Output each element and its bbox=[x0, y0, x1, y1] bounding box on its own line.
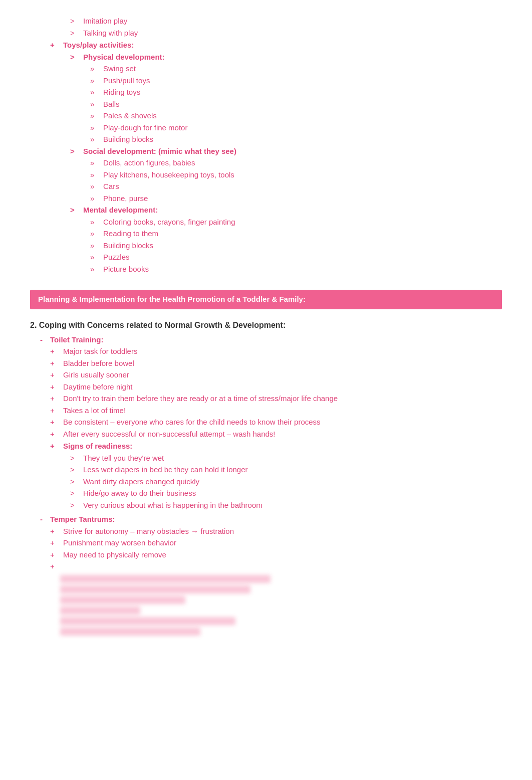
gt-marker: > bbox=[70, 16, 81, 27]
list-item: » Coloring books, crayons, finger painti… bbox=[30, 217, 502, 228]
bullet-marker: » bbox=[90, 169, 101, 181]
gt-marker: > bbox=[70, 52, 81, 63]
plus-marker: + bbox=[50, 561, 61, 572]
plus-marker: + bbox=[50, 429, 61, 440]
bullet-marker: » bbox=[90, 264, 101, 275]
blurred-line bbox=[60, 586, 250, 594]
list-item: » Building blocks bbox=[30, 134, 502, 145]
temper-tantrums-items: + Strive for autonomy – many obstacles →… bbox=[30, 526, 502, 572]
gt-marker: > bbox=[70, 146, 81, 157]
bullet-marker: » bbox=[90, 99, 101, 110]
bullet-marker: » bbox=[90, 157, 101, 169]
main-content: > Imitation play > Talking with play + T… bbox=[20, 16, 512, 636]
bullet-marker: » bbox=[90, 134, 101, 145]
blurred-line bbox=[60, 596, 185, 604]
list-item: » Balls bbox=[30, 99, 502, 110]
list-item: + May need to physically remove bbox=[30, 549, 502, 561]
list-item: > Very curious about what is happening i… bbox=[30, 500, 502, 511]
bullet-marker: » bbox=[90, 110, 101, 122]
toilet-training-items: + Major task for toddlers + Bladder befo… bbox=[30, 346, 502, 440]
list-item: » Riding toys bbox=[30, 87, 502, 98]
mental-items: » Coloring books, crayons, finger painti… bbox=[30, 217, 502, 275]
plus-marker: + bbox=[50, 381, 61, 393]
social-dev-label: Social development: (mimic what they see… bbox=[83, 146, 236, 157]
list-item: + Takes a lot of time! bbox=[30, 405, 502, 417]
physical-dev-item: > Physical development: bbox=[30, 52, 502, 63]
blurred-line bbox=[60, 575, 271, 583]
plus-marker: + bbox=[50, 417, 61, 428]
dash-marker: - bbox=[40, 334, 50, 346]
bullet-marker: » bbox=[90, 87, 101, 98]
list-item: + After every successful or non-successf… bbox=[30, 429, 502, 440]
bullet-marker: » bbox=[90, 181, 101, 192]
mental-dev-label: Mental development: bbox=[83, 205, 158, 216]
blurred-section bbox=[30, 575, 502, 636]
list-item: + Be consistent – everyone who cares for… bbox=[30, 417, 502, 428]
list-item: + Bladder before bowel bbox=[30, 358, 502, 369]
bullet-marker: » bbox=[90, 217, 101, 228]
list-item: + Punishment may worsen behavior bbox=[30, 537, 502, 549]
signs-readiness-item: + Signs of readiness: bbox=[30, 441, 502, 452]
bullet-marker: » bbox=[90, 252, 101, 263]
signs-readiness-label: Signs of readiness: bbox=[63, 441, 132, 452]
plus-marker: + bbox=[50, 441, 61, 452]
plus-marker: + bbox=[50, 369, 61, 381]
plus-marker: + bbox=[50, 358, 61, 369]
imitation-play-item: > Imitation play bbox=[30, 16, 502, 27]
bullet-marker: » bbox=[90, 75, 101, 87]
gt-marker: > bbox=[70, 453, 81, 464]
list-item: + bbox=[30, 561, 502, 572]
gt-marker: > bbox=[70, 476, 81, 488]
temper-tantrums-section: - Temper Tantrums: bbox=[30, 514, 502, 525]
list-item: » Phone, purse bbox=[30, 193, 502, 205]
physical-dev-label: Physical development: bbox=[83, 52, 165, 63]
toys-label: Toys/play activities: bbox=[63, 40, 134, 51]
planning-header: Planning & Implementation for the Health… bbox=[30, 290, 502, 309]
list-item: > They tell you they're wet bbox=[30, 453, 502, 464]
signs-items: > They tell you they're wet > Less wet d… bbox=[30, 453, 502, 511]
list-item: » Dolls, action figures, babies bbox=[30, 157, 502, 169]
blurred-line bbox=[60, 617, 235, 625]
list-item: » Play-dough for fine motor bbox=[30, 122, 502, 134]
social-items: » Dolls, action figures, babies » Play k… bbox=[30, 157, 502, 204]
imitation-play-text: Imitation play bbox=[83, 16, 127, 27]
bullet-marker: » bbox=[90, 240, 101, 252]
plus-marker: + bbox=[50, 537, 61, 549]
list-item: » Play kitchens, housekeeping toys, tool… bbox=[30, 169, 502, 181]
gt-marker: > bbox=[70, 500, 81, 511]
list-item: » Swing set bbox=[30, 63, 502, 75]
plus-marker: + bbox=[50, 346, 61, 357]
toys-section: + Toys/play activities: bbox=[30, 40, 502, 51]
bullet-marker: » bbox=[90, 63, 101, 75]
list-item: > Hide/go away to do their business bbox=[30, 488, 502, 499]
list-item: + Major task for toddlers bbox=[30, 346, 502, 357]
plus-marker: + bbox=[50, 405, 61, 417]
list-item: » Pales & shovels bbox=[30, 110, 502, 122]
list-item: » Puzzles bbox=[30, 252, 502, 263]
list-item: > Want dirty diapers changed quickly bbox=[30, 476, 502, 488]
gt-marker: > bbox=[70, 205, 81, 216]
list-item: + Daytime before night bbox=[30, 381, 502, 393]
list-item: + Strive for autonomy – many obstacles →… bbox=[30, 526, 502, 537]
dash-marker: - bbox=[40, 514, 50, 525]
section2-title: 2. Coping with Concerns related to Norma… bbox=[30, 319, 502, 331]
plus-marker: + bbox=[50, 40, 61, 51]
plus-marker: + bbox=[50, 549, 61, 561]
temper-tantrums-label: Temper Tantrums: bbox=[50, 514, 115, 525]
toilet-training-section: - Toilet Training: bbox=[30, 334, 502, 346]
list-item: » Cars bbox=[30, 181, 502, 192]
list-item: + Girls usually sooner bbox=[30, 369, 502, 381]
gt-marker: > bbox=[70, 464, 81, 476]
bullet-marker: » bbox=[90, 122, 101, 134]
mental-dev-item: > Mental development: bbox=[30, 205, 502, 216]
blurred-line bbox=[60, 628, 200, 636]
social-dev-item: > Social development: (mimic what they s… bbox=[30, 146, 502, 157]
bullet-marker: » bbox=[90, 193, 101, 205]
plus-marker: + bbox=[50, 393, 61, 405]
talking-with-play-item: > Talking with play bbox=[30, 28, 502, 39]
list-item: » Reading to them bbox=[30, 228, 502, 240]
gt-marker: > bbox=[70, 28, 81, 39]
list-item: + Don't try to train them before they ar… bbox=[30, 393, 502, 405]
list-item: » Push/pull toys bbox=[30, 75, 502, 87]
talking-with-play-text: Talking with play bbox=[83, 28, 138, 39]
